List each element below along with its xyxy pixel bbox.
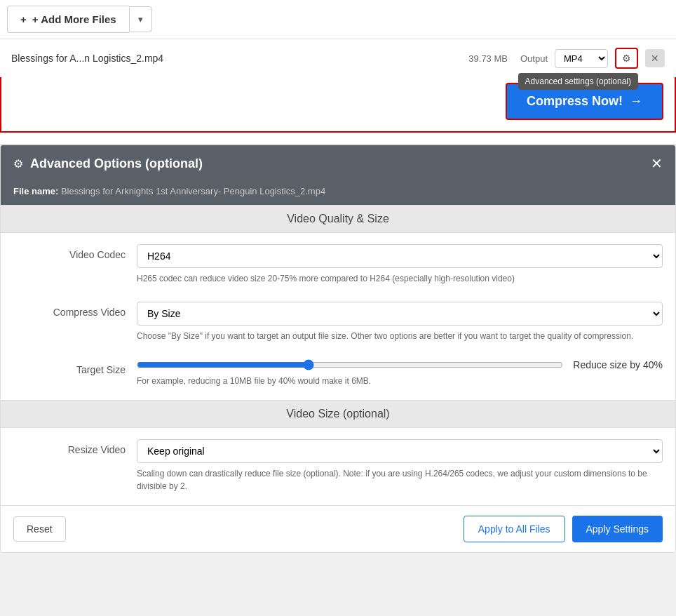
resize-video-row: Resize Video Keep original 640x480 1280x… xyxy=(1,428,675,498)
apply-all-files-button[interactable]: Apply to All Files xyxy=(464,516,565,542)
compress-video-row: Compress Video By Size By Quality By Bit… xyxy=(1,290,675,348)
add-files-button[interactable]: + + Add More Files xyxy=(7,6,129,33)
file-size: 39.73 MB xyxy=(468,53,508,64)
add-files-label: + Add More Files xyxy=(32,13,116,25)
gear-icon: ⚙ xyxy=(622,53,631,64)
top-bar: + + Add More Files ▾ xyxy=(0,0,676,39)
filename-value: Blessings for Arknights 1st Anniversary-… xyxy=(61,186,325,196)
file-name: Blessings for A...n Logistics_2.mp4 xyxy=(11,53,461,64)
output-label: Output xyxy=(520,53,548,64)
compress-video-hint: Choose "By Size" if you want to target a… xyxy=(137,330,663,342)
resize-video-select[interactable]: Keep original 640x480 1280x720 1920x1080… xyxy=(137,439,663,463)
slider-value-text: Reduce size by 40% xyxy=(573,359,663,370)
advanced-settings-button[interactable]: ⚙ xyxy=(615,48,638,69)
compress-arrow-icon: → xyxy=(630,94,642,109)
plus-icon: + xyxy=(20,13,27,25)
format-select[interactable]: MP4 AVI MOV MKV WebM xyxy=(555,49,608,68)
settings-tooltip-wrapper: ⚙ Advanced settings (optional) xyxy=(615,48,638,69)
apply-settings-button[interactable]: Apply Settings xyxy=(572,516,663,542)
panel-filename: File name: Blessings for Arknights 1st A… xyxy=(1,182,675,205)
resize-video-control: Keep original 640x480 1280x720 1920x1080… xyxy=(137,439,663,493)
close-icon: ✕ xyxy=(651,156,663,171)
compress-video-select[interactable]: By Size By Quality By Bitrate xyxy=(137,302,663,326)
compress-label: Compress Now! xyxy=(527,94,623,109)
video-size-section-header: Video Size (optional) xyxy=(1,400,675,428)
settings-tooltip: Advanced settings (optional) xyxy=(518,73,638,90)
advanced-options-panel: ⚙ Advanced Options (optional) ✕ File nam… xyxy=(0,145,676,553)
panel-header-left: ⚙ Advanced Options (optional) xyxy=(13,156,203,171)
panel-footer: Reset Apply to All Files Apply Settings xyxy=(1,505,675,552)
target-size-hint: For example, reducing a 10MB file by 40%… xyxy=(137,375,663,387)
target-size-control: Reduce size by 40% For example, reducing… xyxy=(137,359,663,387)
panel-title: Advanced Options (optional) xyxy=(30,156,203,171)
filename-label: File name: xyxy=(13,186,58,196)
add-files-dropdown-button[interactable]: ▾ xyxy=(129,6,152,32)
file-list: Blessings for A...n Logistics_2.mp4 39.7… xyxy=(0,39,676,145)
compress-video-label: Compress Video xyxy=(13,302,126,318)
remove-file-button[interactable]: ✕ xyxy=(645,49,665,67)
panel-close-button[interactable]: ✕ xyxy=(651,155,663,172)
reset-button[interactable]: Reset xyxy=(13,516,66,542)
video-quality-section-header: Video Quality & Size xyxy=(1,205,675,233)
target-size-slider[interactable] xyxy=(137,359,563,370)
resize-video-hint: Scaling down can drastically reduce file… xyxy=(137,467,663,493)
video-size-section: Resize Video Keep original 640x480 1280x… xyxy=(1,428,675,505)
target-size-row: Target Size Reduce size by 40% For examp… xyxy=(1,348,675,393)
video-codec-select[interactable]: H264 H265 VP9 xyxy=(137,244,663,268)
slider-row: Reduce size by 40% xyxy=(137,359,663,370)
dropdown-arrow-icon: ▾ xyxy=(138,14,143,25)
video-codec-label: Video Codec xyxy=(13,244,126,260)
compress-video-control: By Size By Quality By Bitrate Choose "By… xyxy=(137,302,663,342)
remove-icon: ✕ xyxy=(651,53,659,64)
video-quality-section: Video Codec H264 H265 VP9 H265 codec can… xyxy=(1,233,675,400)
video-codec-control: H264 H265 VP9 H265 codec can reduce vide… xyxy=(137,244,663,285)
video-codec-row: Video Codec H264 H265 VP9 H265 codec can… xyxy=(1,233,675,290)
advanced-gear-icon: ⚙ xyxy=(13,157,23,170)
resize-video-label: Resize Video xyxy=(13,439,126,455)
video-codec-hint: H265 codec can reduce video size 20-75% … xyxy=(137,272,663,285)
footer-right: Apply to All Files Apply Settings xyxy=(464,516,663,542)
panel-header: ⚙ Advanced Options (optional) ✕ xyxy=(1,145,675,182)
file-row: Blessings for A...n Logistics_2.mp4 39.7… xyxy=(0,39,676,77)
target-size-label: Target Size xyxy=(13,359,126,375)
